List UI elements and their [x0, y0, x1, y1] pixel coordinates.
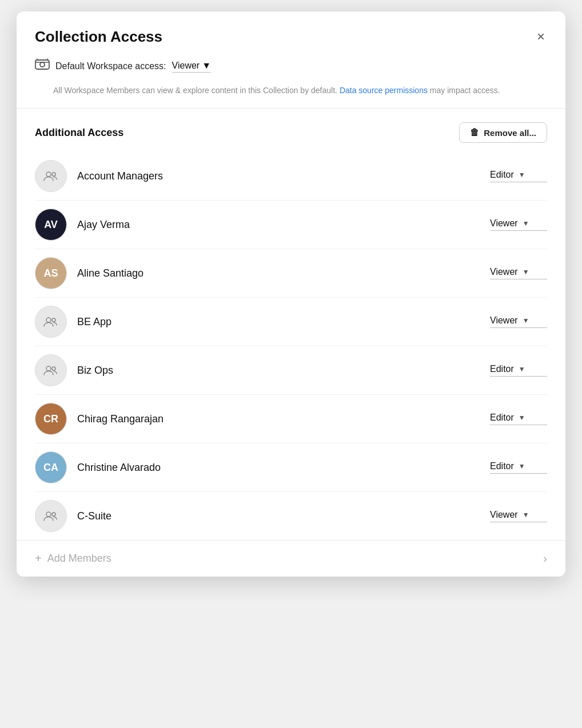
member-row: Account Managers Editor ▼	[35, 152, 547, 201]
default-access-dropdown[interactable]: Viewer ▼	[172, 61, 211, 73]
svg-point-1	[40, 62, 45, 67]
role-label: Viewer	[490, 510, 518, 520]
add-members-label: Add Members	[47, 553, 111, 565]
role-label: Viewer	[490, 267, 518, 277]
role-dropdown-ajay-verma[interactable]: Viewer ▼	[490, 218, 547, 231]
data-source-permissions-link[interactable]: Data source permissions	[340, 86, 428, 95]
role-dropdown-arrow-icon: ▼	[523, 511, 529, 519]
role-label: Editor	[490, 413, 514, 423]
person-avatar: CR	[35, 403, 67, 435]
role-dropdown-christine-alvarado[interactable]: Editor ▼	[490, 461, 547, 474]
additional-access-title: Additional Access	[35, 127, 123, 139]
modal-title: Collection Access	[35, 28, 162, 46]
group-avatar	[35, 160, 67, 192]
member-name: Chirag Rangarajan	[77, 413, 480, 425]
role-dropdown-c-suite[interactable]: Viewer ▼	[490, 510, 547, 522]
person-avatar: CA	[35, 451, 67, 483]
member-row: CR Chirag Rangarajan Editor ▼	[35, 395, 547, 443]
role-dropdown-arrow-icon: ▼	[519, 365, 525, 373]
role-label: Viewer	[490, 315, 518, 326]
group-avatar	[35, 354, 67, 386]
svg-point-7	[52, 367, 55, 370]
role-dropdown-arrow-icon: ▼	[519, 462, 525, 470]
svg-point-9	[52, 513, 55, 516]
role-dropdown-arrow-icon: ▼	[519, 171, 525, 179]
member-name: Biz Ops	[77, 365, 480, 377]
member-name: C-Suite	[77, 510, 480, 522]
remove-all-label: Remove all...	[484, 128, 536, 138]
svg-point-8	[46, 512, 51, 517]
role-dropdown-biz-ops[interactable]: Editor ▼	[490, 364, 547, 377]
member-name: Account Managers	[77, 170, 480, 182]
person-avatar: AV	[35, 209, 67, 241]
role-dropdown-be-app[interactable]: Viewer ▼	[490, 315, 547, 328]
svg-point-6	[46, 366, 51, 371]
description-plain: All Workspace Members can view & explore…	[53, 86, 337, 95]
description-suffix: may impact access.	[428, 86, 500, 95]
remove-all-button[interactable]: 🗑 Remove all...	[459, 122, 547, 143]
member-row: CA Christine Alvarado Editor ▼	[35, 443, 547, 492]
member-name: Ajay Verma	[77, 219, 480, 231]
default-access-value: Viewer	[172, 61, 200, 71]
dropdown-arrow-icon: ▼	[202, 61, 211, 71]
svg-point-5	[52, 318, 55, 322]
add-members-footer[interactable]: + Add Members ›	[17, 540, 565, 577]
svg-rect-0	[35, 60, 49, 69]
collection-access-modal: Collection Access × Default Workspace ac…	[17, 11, 565, 577]
group-avatar	[35, 500, 67, 532]
role-dropdown-chirag-rangarajan[interactable]: Editor ▼	[490, 413, 547, 425]
member-name: Christine Alvarado	[77, 462, 480, 474]
role-dropdown-account-managers[interactable]: Editor ▼	[490, 170, 547, 182]
close-button[interactable]: ×	[535, 27, 547, 46]
description-text: All Workspace Members can view & explore…	[17, 85, 565, 108]
member-row: C-Suite Viewer ▼	[35, 492, 547, 540]
default-access-label: Default Workspace access:	[55, 61, 166, 71]
member-row: Biz Ops Editor ▼	[35, 346, 547, 395]
member-name: Aline Santiago	[77, 267, 480, 279]
add-members-left: + Add Members	[35, 552, 111, 565]
svg-point-4	[46, 318, 51, 322]
role-dropdown-arrow-icon: ▼	[519, 414, 525, 422]
svg-point-2	[46, 172, 51, 177]
person-avatar: AS	[35, 257, 67, 289]
plus-icon: +	[35, 552, 42, 565]
role-label: Editor	[490, 364, 514, 374]
modal-header: Collection Access ×	[17, 11, 565, 57]
chevron-right-icon: ›	[543, 552, 547, 565]
member-row: AS Aline Santiago Viewer ▼	[35, 249, 547, 298]
role-label: Editor	[490, 170, 514, 180]
member-row: AV Ajay Verma Viewer ▼	[35, 201, 547, 249]
trash-icon: 🗑	[470, 127, 479, 138]
role-dropdown-arrow-icon: ▼	[523, 219, 529, 227]
role-dropdown-aline-santiago[interactable]: Viewer ▼	[490, 267, 547, 279]
role-dropdown-arrow-icon: ▼	[523, 317, 529, 325]
role-label: Viewer	[490, 218, 518, 229]
role-label: Editor	[490, 461, 514, 471]
additional-access-header: Additional Access 🗑 Remove all...	[17, 109, 565, 152]
member-row: BE App Viewer ▼	[35, 298, 547, 346]
group-avatar	[35, 306, 67, 338]
role-dropdown-arrow-icon: ▼	[523, 268, 529, 276]
default-access-row: Default Workspace access: Viewer ▼	[17, 57, 565, 85]
members-list: Account Managers Editor ▼ AV Ajay Verma …	[17, 152, 565, 540]
workspace-icon	[35, 57, 50, 75]
svg-point-3	[52, 173, 55, 176]
member-name: BE App	[77, 316, 480, 328]
